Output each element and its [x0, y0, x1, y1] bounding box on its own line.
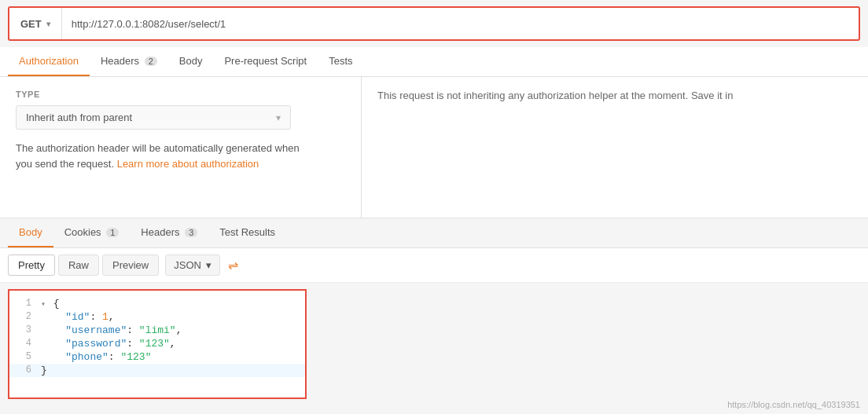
response-tab-body[interactable]: Body	[8, 218, 53, 247]
wrap-icon[interactable]: ⇌	[228, 258, 238, 273]
raw-button[interactable]: Raw	[58, 255, 99, 276]
code-line-4: 4 "password": "123",	[9, 337, 305, 350]
format-dropdown[interactable]: JSON ▾	[165, 255, 220, 276]
code-line-6: 6 }	[9, 364, 305, 377]
method-chevron-icon: ▾	[46, 20, 50, 28]
footer-watermark: https://blog.csdn.net/qq_40319351	[727, 400, 860, 405]
resp-headers-badge: 3	[185, 228, 197, 237]
auth-type-value: Inherit auth from parent	[26, 112, 132, 123]
left-panel: TYPE Inherit auth from parent ▾ The auth…	[0, 77, 362, 218]
method-label: GET	[20, 18, 42, 30]
auth-note: The authorization header will be automat…	[16, 141, 314, 171]
code-viewer: 1 ▾ { 2 "id": 1, 3 "username": "limi", 4…	[8, 289, 307, 399]
body-controls: Pretty Raw Preview JSON ▾ ⇌	[0, 248, 868, 283]
pretty-button[interactable]: Pretty	[8, 255, 55, 276]
tab-tests[interactable]: Tests	[318, 47, 363, 76]
auth-learn-more-link[interactable]: Learn more about authorization	[117, 158, 259, 170]
right-panel-text: This request is not inheriting any autho…	[377, 90, 733, 101]
collapse-arrow-icon[interactable]: ▾	[41, 300, 46, 309]
tab-headers[interactable]: Headers 2	[90, 47, 168, 76]
headers-badge: 2	[145, 57, 157, 66]
auth-type-dropdown[interactable]: Inherit auth from parent ▾	[16, 105, 291, 130]
response-tabs: Body Cookies 1 Headers 3 Test Results	[0, 218, 868, 248]
tab-authorization[interactable]: Authorization	[8, 47, 90, 76]
code-line-2: 2 "id": 1,	[9, 310, 305, 324]
type-label: TYPE	[16, 90, 345, 99]
code-line-3: 3 "username": "limi",	[9, 324, 305, 337]
response-tab-testresults[interactable]: Test Results	[208, 218, 286, 247]
format-arrow-icon: ▾	[206, 259, 211, 271]
code-line-1: 1 ▾ {	[9, 297, 305, 310]
url-input[interactable]	[62, 18, 859, 30]
url-bar: GET ▾	[8, 6, 860, 41]
format-label: JSON	[174, 259, 201, 271]
tab-body[interactable]: Body	[168, 47, 214, 76]
dropdown-arrow-icon: ▾	[276, 112, 281, 123]
request-tabs: Authorization Headers 2 Body Pre-request…	[0, 47, 868, 77]
method-selector[interactable]: GET ▾	[9, 8, 62, 39]
code-line-5: 5 "phone": "123"	[9, 350, 305, 364]
main-content: TYPE Inherit auth from parent ▾ The auth…	[0, 77, 868, 218]
response-tab-headers[interactable]: Headers 3	[130, 218, 208, 247]
response-tab-cookies[interactable]: Cookies 1	[53, 218, 131, 247]
preview-button[interactable]: Preview	[102, 255, 159, 276]
tab-prerequest[interactable]: Pre-request Script	[213, 47, 318, 76]
right-panel: This request is not inheriting any autho…	[362, 77, 868, 218]
cookies-badge: 1	[106, 228, 119, 237]
